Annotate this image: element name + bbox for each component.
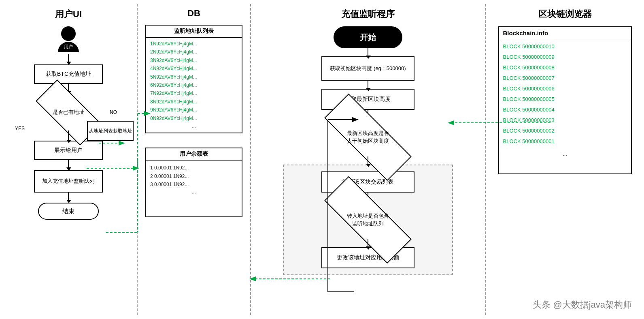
db-bal-2: 2 0.00001 1N92...	[150, 172, 238, 180]
monitor-start: 开始	[334, 26, 402, 48]
monitor-loop-box: 循环该区块交易列表 转入地址是否包含监听地址队列 更改该地址对应用户余额	[283, 165, 453, 275]
monitor-diamond1-wrap: 最新区块高度是否大于初始区块高度	[315, 118, 421, 156]
block-4: BLOCK 50000000007	[503, 73, 627, 83]
block-1: BLOCK 50000000010	[503, 41, 627, 52]
db-addr-9: 9N92dAV6YcHj4gM...	[150, 106, 238, 114]
block-6: BLOCK 50000000005	[503, 94, 627, 105]
db-bal-1: 1 0.00001 1N92...	[150, 164, 238, 172]
arrow-4	[68, 160, 69, 168]
ui-step2: 展示给用户	[34, 141, 103, 160]
m-arrow-4	[368, 156, 368, 165]
block-7: BLOCK 50000000004	[503, 105, 627, 115]
user-icon: 用户	[58, 26, 79, 52]
blockchain-panel: Blockchain.info BLOCK 50000000010 BLOCK …	[498, 26, 632, 174]
col-ui: 用户UI 用户 获取BTC充值地址 是否已有地址 NO	[0, 4, 138, 315]
db-addr-3: 3N92dAV6YcHj4gM...	[150, 56, 238, 64]
db-balance-header: 用户余额表	[146, 148, 242, 161]
no-label: NO	[110, 109, 117, 115]
ui-end: 结束	[38, 203, 99, 220]
monitor-diamond2-wrap: 转入地址是否包含监听地址队列	[315, 201, 421, 239]
block-9: BLOCK 50000000002	[503, 126, 627, 136]
ui-step1: 获取BTC充值地址	[34, 64, 103, 84]
db-balance-empty	[146, 200, 242, 216]
col-blockchain: 区块链浏览器 Blockchain.info BLOCK 50000000010…	[486, 4, 644, 315]
db-addr-5: 5N92dAV6YcHj4gM...	[150, 73, 238, 81]
db-addr-6: 6N92dAV6YcHj4gM...	[150, 81, 238, 89]
db-balance-content: 1 0.00001 1N92... 2 0.00001 1N92... 3 0.…	[146, 161, 242, 200]
blockchain-ellipsis: ...	[503, 149, 627, 159]
blockchain-site: Blockchain.info	[499, 27, 631, 39]
monitor-diamond2-text: 转入地址是否包含监听地址队列	[347, 212, 389, 227]
m-arrow-6	[368, 239, 368, 247]
m-arrow-1	[368, 48, 368, 56]
user-head	[61, 26, 76, 41]
db-bal-3: 3 0.00001 1N92...	[150, 180, 238, 188]
db-addr-4: 4N92dAV6YcHj4gM...	[150, 64, 238, 73]
yes-label: YES	[15, 126, 25, 131]
db-header: DB	[187, 8, 200, 19]
col-monitor: 充值监听程序 开始 获取初始区块高度 (eg：500000) 获取最新区块高度 …	[251, 4, 486, 315]
block-3: BLOCK 50000000008	[503, 62, 627, 73]
m-arrow-2	[368, 81, 368, 89]
db-monitor-queue: 监听地址队列表 1N92dAV6YcHj4gM... 2N92dAV6YcHj4…	[145, 25, 242, 133]
ui-header: 用户UI	[55, 8, 82, 20]
watermark: 头条 @大数据java架构师	[533, 299, 632, 311]
monitor-diamond1-text: 最新区块高度是否大于初始区块高度	[347, 130, 389, 144]
ui-step3: 加入充值地址监听队列	[34, 170, 103, 193]
arrow-3	[68, 131, 69, 141]
db-addr-7: 7N92dAV6YcHj4gM...	[150, 89, 238, 97]
monitor-step4: 更改该地址对应用户余额	[321, 247, 414, 268]
db-addr-10: 0N92dAV6YcHj4gM...	[150, 114, 238, 122]
db-bal-ellipsis: ...	[150, 188, 238, 197]
db-queue-header: 监听地址队列表	[146, 26, 242, 38]
monitor-step1: 获取初始区块高度 (eg：500000)	[321, 56, 414, 81]
blockchain-empty	[499, 161, 631, 173]
block-10: BLOCK 50000000001	[503, 136, 627, 147]
user-body: 用户	[58, 42, 79, 52]
arrow-1	[68, 54, 69, 62]
db-balance: 用户余额表 1 0.00001 1N92... 2 0.00001 1N92..…	[145, 148, 242, 217]
block-5: BLOCK 50000000006	[503, 83, 627, 94]
monitor-flow: 开始 获取初始区块高度 (eg：500000) 获取最新区块高度 最新区块高度是…	[257, 26, 479, 275]
ui-diamond1-text: 是否已有地址	[53, 109, 84, 116]
monitor-header: 充值监听程序	[341, 8, 395, 20]
db-addr-2: 2N92dAV6YcHj4gM...	[150, 48, 238, 56]
arrow-5	[68, 193, 69, 201]
db-addr-1: 1N92dAV6YcHj4gM...	[150, 40, 238, 48]
block-8: BLOCK 50000000003	[503, 115, 627, 126]
db-queue-content: 1N92dAV6YcHj4gM... 2N92dAV6YcHj4gM... 3N…	[146, 38, 242, 133]
db-addr-8: 8N92dAV6YcHj4gM...	[150, 98, 238, 106]
db-ellipsis: ...	[150, 122, 238, 131]
col-db: DB 监听地址队列表 1N92dAV6YcHj4gM... 2N92dAV6Yc…	[138, 4, 251, 315]
ui-side-box: 从地址列表获取地址	[87, 121, 134, 141]
block-2: BLOCK 50000000009	[503, 52, 627, 62]
blockchain-blocks: BLOCK 50000000010 BLOCK 50000000009 BLOC…	[499, 39, 631, 161]
main-container: 用户UI 用户 获取BTC充值地址 是否已有地址 NO	[0, 0, 644, 319]
user-label: 用户	[58, 42, 79, 50]
blockchain-header: 区块链浏览器	[538, 8, 592, 20]
